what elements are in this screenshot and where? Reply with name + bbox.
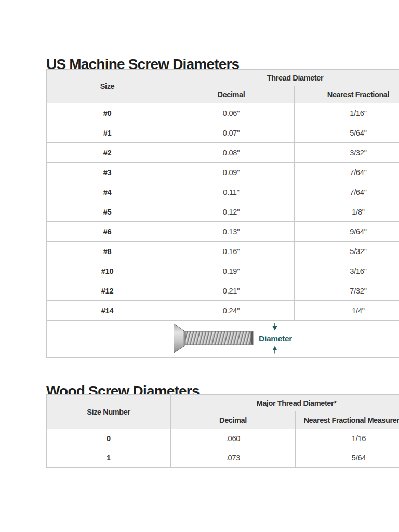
cell-size: #1 <box>47 123 168 143</box>
cell-decimal: 0.11" <box>168 182 295 202</box>
screw-tip <box>251 332 254 345</box>
header-major-thread-diameter: Major Thread Diameter* <box>171 395 399 411</box>
cell-decimal: 0.08" <box>168 143 295 163</box>
cell-fractional: 1/16 <box>296 429 399 448</box>
cell-fractional: 3/16" <box>295 261 399 281</box>
table-row: #3 0.09" 7/64" <box>47 163 399 182</box>
cell-size: #3 <box>47 163 168 182</box>
arrow-down-head-icon <box>273 326 277 331</box>
wood-screw-table: Size Number Major Thread Diameter* Decim… <box>46 394 399 468</box>
header-decimal: Decimal <box>168 86 295 103</box>
table-row: #12 0.21" 7/32" <box>47 281 399 301</box>
header-size: Size <box>47 70 168 103</box>
header-nearest-fractional-measurement: Nearest Fractional Measurement <box>296 411 399 429</box>
table-row: #1 0.07" 5/64" <box>47 123 399 143</box>
diameter-label: Diameter <box>259 334 292 343</box>
cell-fractional: 1/4" <box>295 301 399 321</box>
cell-size: #10 <box>47 261 168 281</box>
cell-size: #0 <box>47 103 168 123</box>
cell-size: #2 <box>47 143 168 163</box>
table-row: #5 0.12" 1/8" <box>47 202 399 222</box>
table-row: 0 .060 1/16 <box>47 429 399 448</box>
table-row: #4 0.11" 7/64" <box>47 182 399 202</box>
machine-screw-table: Size Thread Diameter Decimal Nearest Fra… <box>46 69 399 358</box>
cell-size: #6 <box>47 222 168 242</box>
cell-decimal: 0.12" <box>168 202 295 222</box>
header-decimal: Decimal <box>171 411 296 429</box>
arrow-up-head-icon <box>273 346 277 351</box>
cell-fractional: 5/64" <box>295 123 399 143</box>
cell-decimal: 0.13" <box>168 222 295 242</box>
header-nearest-fractional: Nearest Fractional <box>295 86 399 103</box>
cell-fractional: 1/8" <box>295 202 399 222</box>
cell-fractional: 7/64" <box>295 163 399 182</box>
cell-fractional: 3/32" <box>295 143 399 163</box>
cell-fractional: 1/16" <box>295 103 399 123</box>
cell-decimal: 0.09" <box>168 163 295 182</box>
cell-size: #14 <box>47 301 168 321</box>
cell-fractional: 7/64" <box>295 182 399 202</box>
cell-decimal: .073 <box>171 448 296 468</box>
cell-size: 0 <box>47 429 171 448</box>
cell-fractional: 5/64 <box>296 448 399 468</box>
table-row: #6 0.13" 9/64" <box>47 222 399 242</box>
screw-diagram: Diameter <box>174 322 295 356</box>
table-row: #2 0.08" 3/32" <box>47 143 399 163</box>
table-row: #10 0.19" 3/16" <box>47 261 399 281</box>
cell-fractional: 5/32" <box>295 242 399 261</box>
cell-size: #4 <box>47 182 168 202</box>
screw-shank <box>185 331 253 345</box>
screw-diagram-cell: Diameter <box>47 321 399 358</box>
table-row: #8 0.16" 5/32" <box>47 242 399 261</box>
cell-size: #8 <box>47 242 168 261</box>
cell-decimal: 0.24" <box>168 301 295 321</box>
cell-size: #5 <box>47 202 168 222</box>
cell-decimal: 0.19" <box>168 261 295 281</box>
cell-decimal: 0.06" <box>168 103 295 123</box>
header-size-number: Size Number <box>47 395 171 429</box>
table-row: #0 0.06" 1/16" <box>47 103 399 123</box>
cell-decimal: 0.16" <box>168 242 295 261</box>
cell-decimal: 0.21" <box>168 281 295 301</box>
header-thread-diameter: Thread Diameter <box>168 70 399 86</box>
document-page: US Machine Screw Diameters Size Thread D… <box>0 0 399 532</box>
cell-size: 1 <box>47 448 171 468</box>
cell-decimal: 0.07" <box>168 123 295 143</box>
screw-illustration-icon: Diameter <box>174 322 295 354</box>
table-row: 1 .073 5/64 <box>47 448 399 468</box>
cell-fractional: 9/64" <box>295 222 399 242</box>
table-row: #14 0.24" 1/4" <box>47 301 399 321</box>
cell-size: #12 <box>47 281 168 301</box>
cell-decimal: .060 <box>171 429 296 448</box>
cell-fractional: 7/32" <box>295 281 399 301</box>
